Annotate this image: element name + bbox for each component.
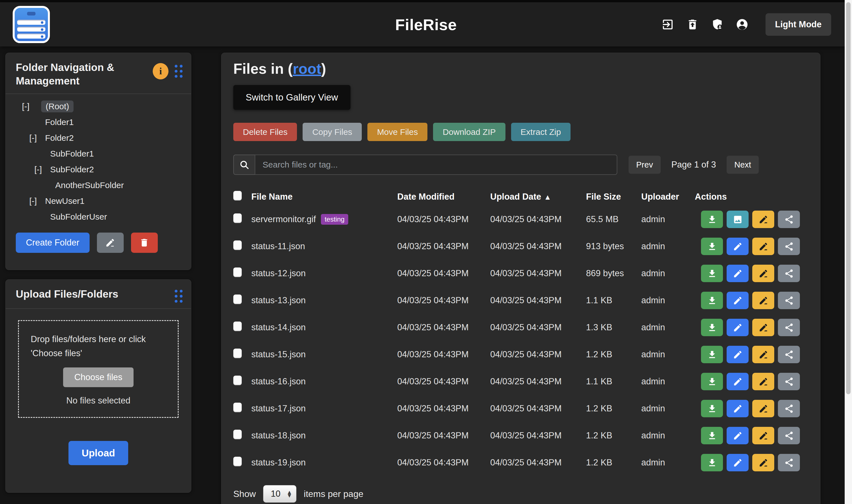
rename-tag-button[interactable] — [752, 427, 774, 444]
folder-tree-item[interactable]: AnotherSubFolder — [6, 177, 191, 193]
next-page-button[interactable]: Next — [727, 156, 759, 174]
row-checkbox[interactable] — [233, 348, 242, 358]
drag-handle-icon[interactable] — [175, 290, 182, 303]
share-button[interactable] — [778, 373, 800, 390]
folder-tree-item[interactable]: [-] Folder2 — [6, 130, 191, 146]
folder-label[interactable]: (Root) — [41, 101, 73, 112]
share-button[interactable] — [778, 319, 800, 336]
folder-label[interactable]: Folder2 — [45, 133, 74, 143]
col-header-upload-date[interactable]: Upload Date▲ — [490, 192, 586, 202]
items-per-page-select[interactable]: 10 ▲▼ — [263, 485, 296, 503]
rename-tag-button[interactable] — [752, 238, 774, 255]
edit-button[interactable] — [727, 454, 749, 471]
move-files-button[interactable]: Move Files — [367, 123, 428, 141]
copy-files-button[interactable]: Copy Files — [302, 123, 362, 141]
share-button[interactable] — [778, 400, 800, 417]
light-mode-button[interactable]: Light Mode — [765, 13, 831, 36]
share-button[interactable] — [778, 238, 800, 255]
delete-folder-button[interactable] — [131, 233, 158, 253]
download-button[interactable] — [701, 292, 723, 309]
drag-handle-icon[interactable] — [175, 65, 182, 78]
share-button[interactable] — [778, 346, 800, 363]
download-button[interactable] — [701, 454, 723, 471]
account-icon[interactable] — [736, 18, 749, 31]
folder-tree-item[interactable]: Folder1 — [6, 114, 191, 130]
folder-tree-item[interactable]: [-] NewUser1 — [6, 193, 191, 209]
select-all-checkbox[interactable] — [233, 191, 242, 200]
edit-button[interactable] — [727, 292, 749, 309]
rename-tag-button[interactable] — [752, 265, 774, 282]
choose-files-button[interactable]: Choose files — [63, 367, 134, 387]
row-checkbox[interactable] — [233, 268, 242, 277]
share-button[interactable] — [778, 265, 800, 282]
share-button[interactable] — [778, 292, 800, 309]
download-button[interactable] — [701, 319, 723, 336]
rename-tag-button[interactable] — [752, 292, 774, 309]
prev-page-button[interactable]: Prev — [629, 156, 661, 174]
download-button[interactable] — [701, 265, 723, 282]
extract-zip-button[interactable]: Extract Zip — [511, 123, 571, 141]
edit-button[interactable] — [727, 319, 749, 336]
edit-button[interactable] — [727, 427, 749, 444]
share-button[interactable] — [778, 454, 800, 471]
tree-collapse-toggle[interactable]: [-] — [22, 102, 41, 111]
rename-tag-button[interactable] — [752, 373, 774, 390]
folder-label[interactable]: NewUser1 — [45, 196, 85, 206]
restore-trash-icon[interactable] — [686, 18, 699, 31]
delete-files-button[interactable]: Delete Files — [233, 123, 297, 141]
row-checkbox[interactable] — [233, 294, 242, 304]
gallery-view-toggle-button[interactable]: Switch to Gallery View — [233, 85, 350, 110]
file-name[interactable]: status-12.json — [251, 268, 306, 278]
download-button[interactable] — [701, 211, 723, 228]
row-checkbox[interactable] — [233, 322, 242, 331]
file-name[interactable]: status-13.json — [251, 295, 306, 306]
folder-label[interactable]: AnotherSubFolder — [55, 180, 124, 190]
download-zip-button[interactable]: Download ZIP — [433, 123, 505, 141]
logout-icon[interactable] — [661, 18, 674, 31]
row-checkbox[interactable] — [233, 213, 242, 223]
edit-button[interactable] — [727, 238, 749, 255]
create-folder-button[interactable]: Create Folder — [16, 233, 90, 253]
rename-tag-button[interactable] — [752, 454, 774, 471]
rename-tag-button[interactable] — [752, 319, 774, 336]
col-header-file-name[interactable]: File Name — [251, 192, 397, 202]
scrollbar-thumb[interactable] — [846, 2, 851, 394]
edit-button[interactable] — [727, 373, 749, 390]
edit-button[interactable] — [727, 400, 749, 417]
file-name[interactable]: servermonitor.gif — [251, 214, 316, 224]
folder-tree-item[interactable]: SubFolderUser — [6, 209, 191, 225]
filerise-logo[interactable] — [13, 6, 50, 43]
tree-collapse-toggle[interactable]: [-] — [29, 196, 45, 206]
rename-tag-button[interactable] — [752, 400, 774, 417]
row-checkbox[interactable] — [233, 430, 242, 439]
search-input[interactable] — [255, 155, 617, 175]
folder-label[interactable]: SubFolder2 — [50, 165, 94, 174]
file-name[interactable]: status-15.json — [251, 349, 306, 360]
row-checkbox[interactable] — [233, 240, 242, 250]
file-name[interactable]: status-11.json — [251, 241, 305, 251]
download-button[interactable] — [701, 346, 723, 363]
col-header-uploader[interactable]: Uploader — [641, 192, 695, 202]
rename-tag-button[interactable] — [752, 346, 774, 363]
file-dropzone[interactable]: Drop files/folders here or click 'Choose… — [18, 320, 179, 418]
tree-collapse-toggle[interactable]: [-] — [34, 165, 50, 174]
tree-collapse-toggle[interactable]: [-] — [29, 133, 45, 143]
row-checkbox[interactable] — [233, 403, 242, 412]
folder-tree-item[interactable]: [-] SubFolder2 — [6, 162, 191, 177]
info-icon[interactable]: i — [153, 63, 169, 79]
col-header-date-modified[interactable]: Date Modified — [397, 192, 490, 202]
edit-button[interactable] — [727, 346, 749, 363]
download-button[interactable] — [701, 427, 723, 444]
upload-button[interactable]: Upload — [68, 441, 128, 465]
file-name[interactable]: status-17.json — [251, 403, 306, 414]
share-button[interactable] — [778, 211, 800, 228]
admin-shield-icon[interactable] — [711, 18, 724, 31]
share-button[interactable] — [778, 427, 800, 444]
download-button[interactable] — [701, 238, 723, 255]
folder-label[interactable]: Folder1 — [45, 118, 74, 127]
file-name[interactable]: status-19.json — [251, 457, 306, 468]
rename-tag-button[interactable] — [752, 211, 774, 228]
scrollbar-track[interactable] — [845, 0, 852, 504]
file-name[interactable]: status-14.json — [251, 322, 306, 332]
folder-label[interactable]: SubFolder1 — [50, 149, 94, 159]
